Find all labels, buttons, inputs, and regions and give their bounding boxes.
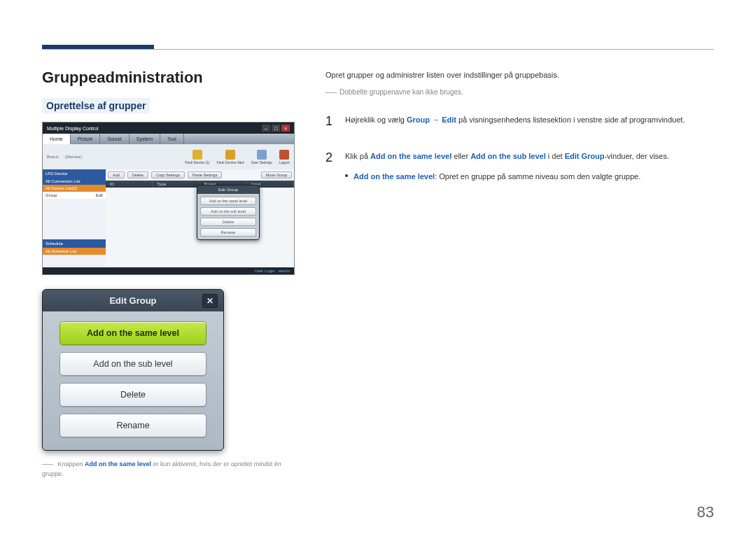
mdc-side-alldev: All Device List(0) [43, 185, 106, 192]
bullet-kw: Add on the same level [354, 172, 435, 181]
mdc-user-settings: User Settings [251, 150, 272, 164]
screenshot-mdc-app: Multiple Display Control – □ × Home Pict… [42, 122, 295, 275]
note-line: Dobbelte gruppenavne kan ikke bruges. [326, 86, 714, 98]
kw-add-same: Add on the same level [370, 152, 451, 160]
mdc-tab-home: Home [43, 134, 71, 144]
close-icon: × [281, 125, 290, 132]
maximize-icon: □ [272, 125, 280, 132]
alert-icon [225, 150, 235, 160]
mdc-toolbar-monitor: (Monitor) [65, 155, 82, 159]
mdc-fault-device: Fault Device (1) [185, 150, 209, 164]
dialog-btn-add-sub-level: Add on the sub level [59, 352, 206, 376]
dialog-titlebar: Edit Group ✕ [43, 290, 223, 311]
mdc-side-group-label: Group [46, 193, 57, 197]
mdc-side-schedule: Schedule [43, 239, 106, 248]
mdc-tab-system: System [130, 134, 160, 144]
dialog-title: Edit Group [109, 295, 156, 306]
mdc-tab-picture: Picture [71, 134, 101, 144]
footnote: Knappen Add on the same level er kun akt… [42, 459, 298, 479]
dialog-btn-delete: Delete [59, 383, 206, 407]
mdc-main: Add Delete Copy Settings Paste Settings … [106, 169, 294, 267]
mdc-tab-sound: Sound [100, 134, 129, 144]
dialog-btn-rename: Rename [59, 414, 206, 437]
user-icon [257, 150, 267, 160]
mdc-window-titlebar: Multiple Display Control – □ × [43, 122, 294, 134]
mdc-side-lfd: LFD Device [43, 169, 106, 178]
kw-group: Group [407, 115, 430, 124]
mdc-popup-delete: Delete [200, 218, 256, 226]
close-icon: ✕ [202, 294, 218, 308]
step-2-number: 2 [326, 147, 335, 183]
mdc-side-allsched: All Schedule List [43, 248, 106, 255]
mdc-side-edit-label: Edit [96, 193, 103, 197]
footnote-kw: Add on the same level [85, 461, 151, 468]
arrow-icon: → [430, 115, 442, 124]
logout-icon [279, 150, 289, 160]
step-1-number: 1 [326, 111, 335, 132]
kw-add-sub: Add on the sub level [470, 152, 546, 160]
bullet-text: : Opret en gruppe på samme niveau som de… [435, 172, 640, 181]
step-2-bullet: Add on the same level: Opret en gruppe p… [345, 170, 714, 183]
bullet-icon [345, 174, 348, 177]
step-2: 2 Klik på Add on the same level eller Ad… [326, 147, 714, 183]
mdc-tabs: Home Picture Sound System Tool [43, 134, 294, 144]
mdc-col-id: ID [106, 181, 153, 188]
mdc-side-group-row: Group Edit [43, 192, 106, 199]
note-text: Dobbelte gruppenavne kan ikke bruges. [340, 88, 463, 96]
mdc-fault-alert: Fault Device Alert [217, 150, 244, 164]
mdc-btn-add: Add [108, 171, 125, 178]
screenshot-edit-group-dialog: Edit Group ✕ Add on the same level Add o… [42, 289, 224, 451]
step-2-body: Klik på Add on the same level eller Add … [345, 147, 714, 183]
mdc-btn-copy: Copy Settings [151, 171, 185, 178]
mdc-popup-add-sub: Add on the sub level [200, 207, 256, 216]
warning-icon [192, 150, 202, 160]
mdc-popup-rename: Rename [200, 228, 256, 237]
mdc-side-allconn: All Connection List [43, 178, 106, 185]
mdc-toolbar: Brand (Monitor) Fault Device (1) Fault D… [43, 144, 294, 169]
mdc-btn-paste: Paste Settings [188, 171, 222, 178]
intro-text: Opret grupper og administrer listen over… [326, 69, 714, 82]
kw-edit-group: Edit Group [565, 152, 605, 160]
mdc-edit-group-popup: Edit Group Add on the same level Add on … [197, 185, 260, 240]
mdc-popup-add-same: Add on the same level [200, 197, 256, 205]
mdc-statusbar: User Login : admin [43, 267, 294, 274]
header-rule [42, 49, 714, 50]
footnote-pre: Knappen [58, 461, 85, 468]
mdc-window-title: Multiple Display Control [47, 126, 99, 131]
mdc-popup-title: Edit Group [197, 185, 259, 194]
dialog-btn-add-same-level: Add on the same level [59, 321, 206, 345]
mdc-tab-tool: Tool [160, 134, 184, 144]
step-1: 1 Højreklik og vælg Group → Edit på visn… [326, 111, 714, 132]
header-accent-bar [42, 45, 154, 49]
mdc-btn-delete: Delete [127, 171, 148, 178]
minimize-icon: – [262, 125, 270, 132]
page-title: Gruppeadministration [42, 69, 298, 87]
mdc-toolbar-brand: Brand [47, 155, 58, 159]
mdc-col-type: Type [153, 181, 200, 188]
section-title: Oprettelse af grupper [42, 98, 150, 113]
page-number: 83 [697, 503, 714, 521]
step-1-body: Højreklik og vælg Group → Edit på visnin… [345, 111, 714, 132]
mdc-logout: Logout [279, 150, 290, 164]
kw-edit: Edit [442, 115, 456, 124]
mdc-btn-move: Move Group [261, 171, 292, 178]
mdc-sidebar: LFD Device All Connection List All Devic… [43, 169, 106, 267]
